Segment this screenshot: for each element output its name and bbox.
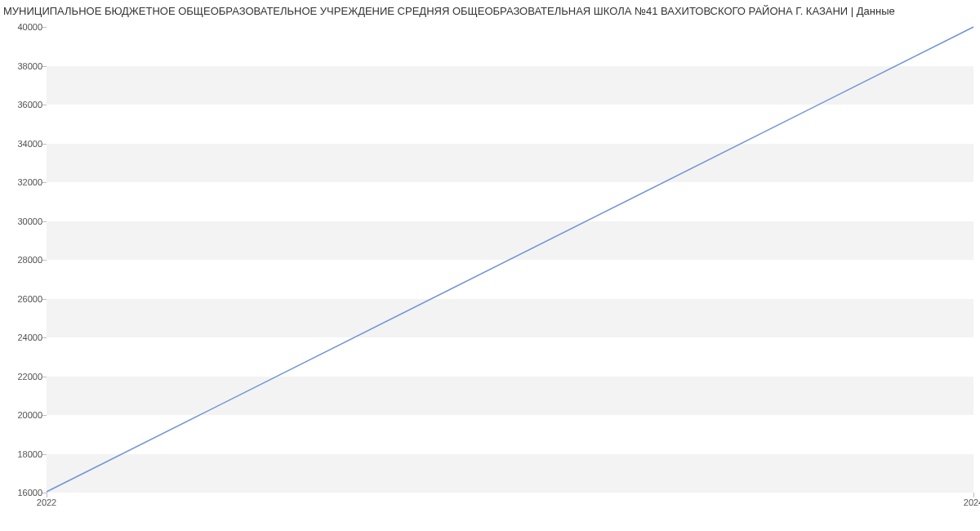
y-axis-label: 34000	[17, 139, 42, 149]
y-axis-label: 26000	[17, 294, 42, 304]
series-line	[47, 27, 973, 492]
y-axis-label: 18000	[17, 449, 42, 459]
y-axis-label: 20000	[17, 410, 42, 420]
line-layer	[47, 27, 973, 492]
chart-title: МУНИЦИПАЛЬНОЕ БЮДЖЕТНОЕ ОБЩЕОБРАЗОВАТЕЛЬ…	[0, 0, 980, 19]
y-axis-label: 38000	[17, 61, 42, 71]
x-axis-label: 2024	[964, 498, 980, 507]
y-axis-label: 32000	[17, 177, 42, 187]
y-axis-label: 40000	[17, 22, 42, 32]
y-axis-label: 30000	[17, 216, 42, 226]
plot-area	[47, 27, 973, 493]
y-axis-label: 28000	[17, 255, 42, 265]
y-axis-label: 24000	[17, 332, 42, 342]
x-axis-label: 2022	[37, 498, 56, 507]
chart-container: 1600018000200002200024000260002800030000…	[0, 19, 980, 517]
y-axis-label: 16000	[17, 488, 42, 498]
y-axis-label: 22000	[17, 372, 42, 382]
y-axis-label: 36000	[17, 100, 42, 109]
